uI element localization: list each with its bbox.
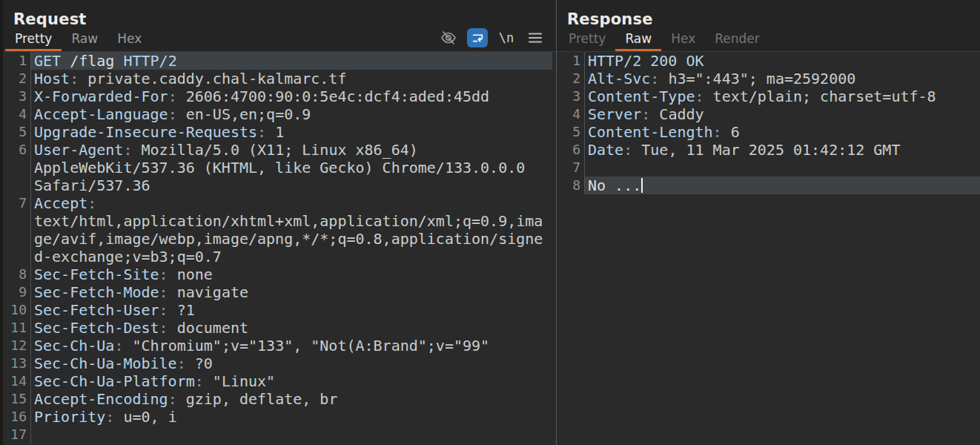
editor-line: 6Date: Tue, 11 Mar 2025 01:42:12 GMT [557, 141, 980, 159]
line-number: 11 [3, 319, 31, 337]
request-tab-row: Pretty Raw Hex [3, 28, 556, 52]
request-tab-raw[interactable]: Raw [62, 31, 107, 51]
line-text: Accept-Language: en-US,en;q=0.9 [31, 105, 552, 123]
newline-toggle-icon[interactable]: \n [496, 28, 517, 47]
line-number: 4 [557, 105, 585, 123]
request-panel: Request Pretty Raw Hex [3, 0, 556, 445]
editor-line: 10Sec-Fetch-User: ?1 [3, 301, 556, 319]
editor-line: 11Sec-Fetch-Dest: document [3, 319, 556, 337]
line-text: Sec-Fetch-Dest: document [31, 319, 552, 337]
line-number: 16 [3, 408, 31, 426]
request-tab-pretty[interactable]: Pretty [5, 31, 62, 51]
editor-line: 2Alt-Svc: h3=":443"; ma=2592000 [557, 70, 980, 88]
line-text: Sec-Ch-Ua-Mobile: ?0 [31, 355, 552, 372]
request-tab-hex[interactable]: Hex [107, 31, 151, 51]
hide-eye-off-icon[interactable] [438, 28, 459, 47]
line-number: 14 [3, 372, 31, 390]
response-tab-raw[interactable]: Raw [615, 31, 661, 51]
response-editor[interactable]: 1HTTP/2 200 OK2Alt-Svc: h3=":443"; ma=25… [557, 52, 980, 445]
line-number: 5 [3, 123, 31, 141]
line-number: 17 [3, 426, 31, 444]
line-number: 12 [3, 337, 31, 355]
editor-line: 2Host: private.caddy.chal-kalmarc.tf [3, 70, 556, 88]
text-cursor [641, 178, 643, 193]
editor-line: 8No ... [557, 177, 980, 194]
line-text: X-Forwarded-For: 2606:4700:90:0:5e4c:dcf… [31, 88, 552, 105]
line-number: 3 [557, 88, 585, 105]
line-text: HTTP/2 200 OK [585, 52, 980, 70]
line-text: Alt-Svc: h3=":443"; ma=2592000 [585, 70, 980, 88]
line-text: Sec-Fetch-Site: none [31, 266, 552, 283]
response-header: Response Pretty Raw Hex Render [557, 0, 980, 52]
line-number: 5 [557, 123, 585, 141]
line-number: 1 [557, 52, 585, 70]
line-number: 8 [557, 177, 585, 194]
editor-line: 13Sec-Ch-Ua-Mobile: ?0 [3, 355, 556, 372]
request-toolbar: \n [438, 28, 556, 51]
editor-line: 14Sec-Ch-Ua-Platform: "Linux" [3, 372, 556, 390]
editor-line: 6User-Agent: Mozilla/5.0 (X11; Linux x86… [3, 141, 556, 194]
line-text: GET /flag HTTP/2 [31, 52, 552, 70]
line-number: 6 [557, 141, 585, 159]
line-text: Sec-Ch-Ua-Platform: "Linux" [31, 372, 552, 390]
editor-line: 7 [557, 159, 980, 177]
line-number: 3 [3, 88, 31, 105]
request-title: Request [3, 0, 556, 28]
line-number: 1 [3, 52, 31, 70]
line-text: Content-Length: 6 [585, 123, 980, 141]
line-text: Host: private.caddy.chal-kalmarc.tf [31, 70, 552, 88]
line-text: No ... [585, 177, 980, 194]
line-text [31, 426, 552, 444]
line-number: 13 [3, 355, 31, 372]
line-text: Date: Tue, 11 Mar 2025 01:42:12 GMT [585, 141, 980, 159]
line-text: Sec-Ch-Ua: "Chromium";v="133", "Not(A:Br… [31, 337, 552, 355]
line-number: 6 [3, 141, 31, 194]
editor-line: 5Content-Length: 6 [557, 123, 980, 141]
editor-line: 9Sec-Fetch-Mode: navigate [3, 283, 556, 301]
line-text: Sec-Fetch-User: ?1 [31, 301, 552, 319]
editor-line: 3Content-Type: text/plain; charset=utf-8 [557, 88, 980, 105]
editor-line: 4Accept-Language: en-US,en;q=0.9 [3, 105, 556, 123]
response-tab-render[interactable]: Render [705, 31, 769, 51]
menu-icon[interactable] [525, 28, 546, 47]
line-number: 4 [3, 105, 31, 123]
response-title: Response [557, 0, 980, 28]
line-text: Server: Caddy [585, 105, 980, 123]
line-text: Priority: u=0, i [31, 408, 552, 426]
line-text: Accept-Encoding: gzip, deflate, br [31, 390, 552, 408]
editor-line: 4Server: Caddy [557, 105, 980, 123]
line-number: 2 [3, 70, 31, 88]
response-tab-hex[interactable]: Hex [661, 31, 705, 51]
editor-line: 3X-Forwarded-For: 2606:4700:90:0:5e4c:dc… [3, 88, 556, 105]
line-number: 10 [3, 301, 31, 319]
line-number: 7 [557, 159, 585, 177]
editor-line: 1GET /flag HTTP/2 [3, 52, 556, 70]
editor-line: 16Priority: u=0, i [3, 408, 556, 426]
editor-line: 7Accept: text/html,application/xhtml+xml… [3, 194, 556, 266]
request-editor[interactable]: 1GET /flag HTTP/22Host: private.caddy.ch… [3, 52, 556, 445]
editor-line: 17 [3, 426, 556, 444]
line-number: 7 [3, 194, 31, 266]
word-wrap-icon[interactable] [467, 28, 488, 47]
editor-line: 8Sec-Fetch-Site: none [3, 266, 556, 283]
line-number: 15 [3, 390, 31, 408]
newline-label: \n [499, 30, 514, 45]
request-header: Request Pretty Raw Hex [3, 0, 556, 52]
editor-line: 5Upgrade-Insecure-Requests: 1 [3, 123, 556, 141]
response-panel: Response Pretty Raw Hex Render 1HTTP/2 2… [557, 0, 980, 445]
response-tab-row: Pretty Raw Hex Render [557, 28, 980, 52]
line-text: Upgrade-Insecure-Requests: 1 [31, 123, 552, 141]
line-number: 9 [3, 283, 31, 301]
line-text: Sec-Fetch-Mode: navigate [31, 283, 552, 301]
editor-line: 1HTTP/2 200 OK [557, 52, 980, 70]
line-number: 2 [557, 70, 585, 88]
editor-line: 12Sec-Ch-Ua: "Chromium";v="133", "Not(A:… [3, 337, 556, 355]
line-text: Accept: text/html,application/xhtml+xml,… [31, 194, 552, 266]
line-number: 8 [3, 266, 31, 283]
http-message-view: Request Pretty Raw Hex [0, 0, 980, 445]
line-text [585, 159, 980, 177]
line-text: Content-Type: text/plain; charset=utf-8 [585, 88, 980, 105]
editor-line: 15Accept-Encoding: gzip, deflate, br [3, 390, 556, 408]
response-tab-pretty[interactable]: Pretty [559, 31, 615, 51]
line-text: User-Agent: Mozilla/5.0 (X11; Linux x86_… [31, 141, 552, 194]
